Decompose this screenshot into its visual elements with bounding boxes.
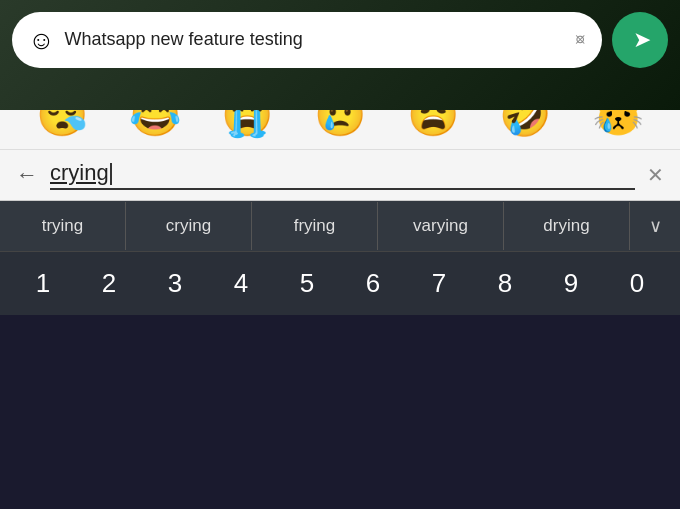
key-7[interactable]: 7: [414, 268, 464, 299]
search-bar: ← crying ✕: [0, 150, 680, 201]
emoji-picker-icon[interactable]: ☺: [28, 25, 55, 56]
key-0[interactable]: 0: [612, 268, 662, 299]
key-4[interactable]: 4: [216, 268, 266, 299]
search-input[interactable]: crying: [50, 160, 635, 190]
suggestion-crying[interactable]: crying: [126, 202, 252, 250]
suggestions-row: trying crying frying varying drying ∨: [0, 201, 680, 252]
text-cursor: [110, 163, 112, 185]
suggestion-trying[interactable]: trying: [0, 202, 126, 250]
key-5[interactable]: 5: [282, 268, 332, 299]
message-text[interactable]: Whatsapp new feature testing: [65, 28, 564, 51]
suggestion-varying[interactable]: varying: [378, 202, 504, 250]
key-1[interactable]: 1: [18, 268, 68, 299]
suggestion-drying[interactable]: drying: [504, 202, 630, 250]
suggestions-expand-button[interactable]: ∨: [630, 201, 680, 251]
message-input-area[interactable]: ☺ Whatsapp new feature testing ⌖: [12, 12, 602, 68]
back-arrow-icon[interactable]: ←: [16, 162, 38, 188]
suggestion-frying[interactable]: frying: [252, 202, 378, 250]
message-bar: ☺ Whatsapp new feature testing ⌖ ➤: [0, 0, 680, 80]
key-9[interactable]: 9: [546, 268, 596, 299]
key-2[interactable]: 2: [84, 268, 134, 299]
keyboard: trying crying frying varying drying ∨ 1 …: [0, 201, 680, 315]
key-8[interactable]: 8: [480, 268, 530, 299]
key-6[interactable]: 6: [348, 268, 398, 299]
send-button[interactable]: ➤: [612, 12, 668, 68]
send-arrow-icon: ➤: [633, 27, 651, 53]
attachment-icon[interactable]: ⌖: [567, 27, 594, 54]
number-row: 1 2 3 4 5 6 7 8 9 0: [0, 252, 680, 315]
search-query-text: crying: [50, 160, 109, 185]
clear-search-icon[interactable]: ✕: [647, 163, 664, 187]
key-3[interactable]: 3: [150, 268, 200, 299]
